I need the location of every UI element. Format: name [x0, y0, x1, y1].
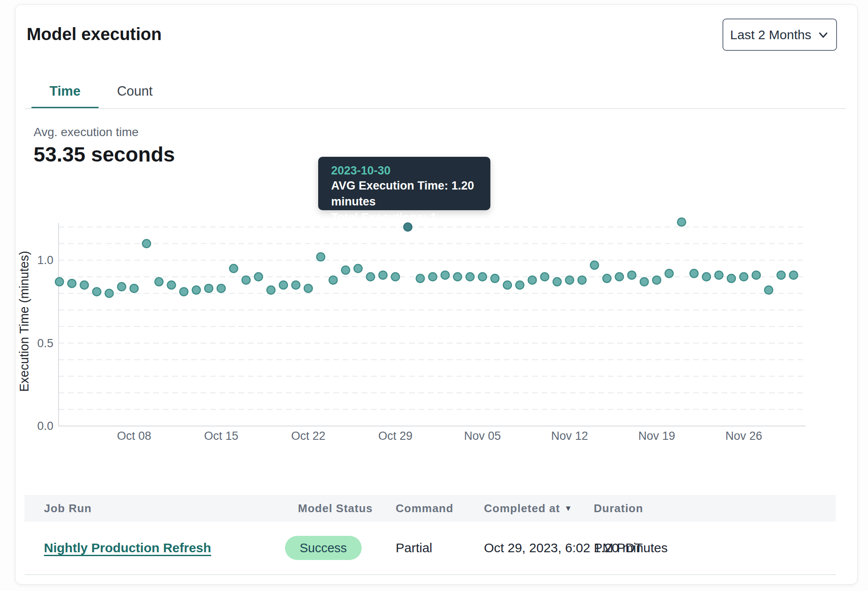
job-run-link[interactable]: Nightly Production Refresh [44, 541, 211, 555]
data-point[interactable] [267, 286, 275, 294]
model-execution-card: Model execution Last 2 Months Time Count… [15, 4, 858, 585]
execution-time-chart: 0.00.51.0Oct 08Oct 15Oct 22Oct 29Nov 05N… [16, 199, 842, 448]
x-tick-label: Oct 22 [291, 429, 326, 442]
col-job-run[interactable]: Job Run [44, 495, 92, 522]
data-point[interactable] [628, 271, 636, 279]
col-duration[interactable]: Duration [594, 495, 643, 522]
duration-cell: 1.20 minutes [594, 522, 668, 574]
row-divider [25, 574, 836, 575]
data-point[interactable] [279, 281, 288, 289]
data-point[interactable] [528, 276, 536, 284]
model-execution-page: Model execution Last 2 Months Time Count… [0, 0, 868, 591]
data-point[interactable] [316, 253, 325, 261]
data-point[interactable] [304, 284, 313, 292]
tooltip-total-executions: Total Executions: 1 [331, 210, 490, 226]
data-point[interactable] [678, 218, 686, 226]
data-point[interactable] [242, 276, 250, 284]
data-point[interactable] [516, 281, 524, 289]
data-point[interactable] [752, 271, 760, 279]
data-point[interactable] [702, 273, 710, 281]
data-point[interactable] [143, 240, 151, 248]
x-tick-label: Nov 12 [551, 429, 588, 442]
data-point[interactable] [329, 276, 337, 284]
data-point[interactable] [118, 283, 126, 291]
data-point[interactable] [93, 288, 101, 296]
command-cell: Partial [396, 522, 432, 574]
data-point[interactable] [441, 271, 449, 279]
data-point[interactable] [341, 266, 350, 274]
data-point[interactable] [615, 273, 623, 281]
avg-execution-time-label: Avg. execution time [34, 125, 139, 139]
data-point[interactable] [665, 269, 673, 277]
x-tick-label: Oct 15 [204, 429, 239, 442]
data-point[interactable] [192, 286, 200, 294]
data-point[interactable] [429, 273, 437, 281]
y-tick-label: 0.5 [37, 337, 53, 350]
data-point[interactable] [292, 281, 300, 289]
data-point[interactable] [690, 269, 698, 277]
data-point[interactable] [453, 273, 462, 281]
data-point[interactable] [565, 276, 574, 284]
data-point[interactable] [491, 274, 499, 283]
x-tick-label: Nov 19 [638, 429, 675, 442]
data-point[interactable] [478, 273, 487, 281]
col-model-status[interactable]: Model Status [298, 495, 373, 522]
data-point[interactable] [354, 264, 362, 273]
tab-time[interactable]: Time [31, 81, 99, 102]
data-point[interactable] [777, 271, 785, 279]
chevron-down-icon [817, 29, 829, 41]
x-tick-label: Nov 05 [464, 429, 501, 442]
x-tick-label: Oct 08 [117, 429, 152, 442]
col-completed-at[interactable]: Completed at ▼ [484, 495, 573, 522]
data-point[interactable] [167, 281, 176, 289]
data-point[interactable] [56, 278, 64, 286]
data-point[interactable] [790, 271, 798, 279]
y-tick-label: 1.0 [37, 254, 53, 267]
table-header: Job Run Model Status Command Completed a… [25, 495, 836, 522]
data-point[interactable] [765, 286, 773, 294]
x-tick-label: Oct 29 [378, 429, 413, 442]
status-badge: Success [285, 536, 362, 560]
sort-desc-icon[interactable]: ▼ [564, 504, 573, 512]
y-axis-title: Execution Time (minutes) [17, 251, 31, 392]
avg-execution-time-value: 53.35 seconds [34, 143, 175, 166]
data-point[interactable] [105, 289, 113, 298]
chart-tooltip: 2023-10-30 AVG Execution Time: 1.20 minu… [318, 157, 490, 210]
data-point[interactable] [715, 271, 723, 279]
data-point[interactable] [155, 278, 163, 286]
data-point[interactable] [466, 273, 474, 281]
data-point[interactable] [416, 274, 425, 283]
data-point[interactable] [391, 273, 400, 281]
tooltip-date: 2023-10-30 [331, 164, 490, 178]
data-point[interactable] [727, 274, 735, 283]
data-point[interactable] [653, 276, 661, 284]
data-point[interactable] [740, 273, 748, 281]
job-run-cell: Nightly Production Refresh [44, 522, 211, 574]
data-point[interactable] [553, 278, 561, 286]
col-command[interactable]: Command [396, 495, 453, 522]
data-point[interactable] [640, 278, 648, 286]
data-point[interactable] [603, 274, 611, 283]
data-point[interactable] [130, 284, 138, 292]
data-point[interactable] [366, 273, 375, 281]
date-range-value: Last 2 Months [730, 28, 811, 42]
data-point[interactable] [205, 284, 213, 292]
chart-tabs: Time Count [16, 81, 857, 109]
tab-count[interactable]: Count [107, 81, 163, 102]
data-point[interactable] [578, 276, 586, 284]
page-title: Model execution [27, 25, 161, 44]
data-point[interactable] [180, 288, 188, 296]
data-point[interactable] [229, 264, 238, 273]
data-point[interactable] [80, 281, 88, 289]
data-point[interactable] [68, 279, 76, 287]
data-point[interactable] [590, 261, 598, 269]
data-point[interactable] [541, 273, 549, 281]
data-point[interactable] [254, 273, 263, 281]
data-point[interactable] [503, 281, 512, 289]
model-status-cell: Success [285, 522, 362, 574]
data-point[interactable] [379, 271, 387, 279]
data-point[interactable] [217, 284, 225, 292]
date-range-dropdown[interactable]: Last 2 Months [722, 19, 837, 51]
table-row: Nightly Production Refresh Success Parti… [25, 522, 836, 574]
x-tick-label: Nov 26 [725, 429, 763, 442]
